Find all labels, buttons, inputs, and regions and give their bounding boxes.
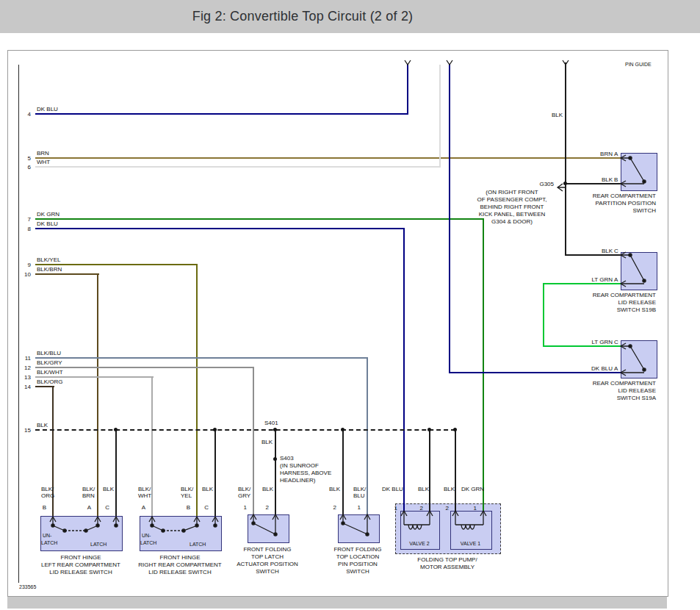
pin-letter: A [614, 151, 618, 157]
wire-dkgrn-pin7-h [35, 218, 484, 220]
splice-s401-label: S401 [264, 420, 278, 426]
switch-position-label: LATCH [190, 542, 206, 548]
component-caption: SWITCH [227, 568, 308, 575]
wire-dkgrn-pin7-v [483, 218, 484, 511]
wire-blkyel-pin9-v [196, 264, 198, 516]
wire-label: DK GRN [461, 486, 484, 492]
component-caption: REAR COMPARTMENT [564, 380, 656, 387]
wire-label: WHT [138, 492, 151, 499]
wire-label: DK BLU [37, 220, 58, 227]
wire-label: DK GRN [37, 211, 59, 218]
wire-label: BLK/GRY [37, 359, 62, 366]
ground-note-line: KICK PANEL, BETWEEN [470, 211, 554, 218]
valve-label: VALVE 1 [450, 541, 491, 547]
component-caption: MOTOR ASSEMBLY [395, 564, 499, 570]
component-caption: FRONT HINGE [29, 554, 132, 561]
switch-position-label: UN- [43, 533, 51, 539]
component-caption: ACTUATOR POSITION [227, 561, 308, 567]
wire-label: DK BLU [37, 106, 58, 112]
switch-position-label: LATCH [41, 540, 57, 546]
wire-dkblu-pin4-v [407, 65, 408, 115]
wire-blk-partition-b-h [565, 183, 622, 184]
pin-number: 11 [19, 355, 31, 362]
pin-number: 2 [417, 505, 423, 512]
wire-blkwht-pin13-v [151, 376, 153, 516]
component-caption: TOP LATCH [227, 553, 308, 560]
pin-number: 9 [19, 262, 31, 268]
component-caption: TOP LOCATION [317, 553, 398, 560]
pin-number: 1 [471, 505, 477, 512]
pin-letter: A [614, 276, 618, 283]
component-caption: FRONT FOLDING [317, 546, 398, 553]
pin-guide-label: PIN GUIDE [625, 62, 652, 68]
junction-dot [427, 428, 431, 431]
wire-label: LT GRN [579, 339, 613, 345]
pin-letter: B [184, 504, 190, 511]
pin-number: 1 [355, 504, 361, 511]
splice-s401-dot [273, 428, 277, 431]
left-connector-rail [18, 65, 19, 583]
pin-number: 7 [19, 216, 31, 223]
wire-label: BRN [37, 150, 49, 157]
component-caption: FRONT FOLDING [227, 546, 308, 553]
ground-note-line: (ON RIGHT FRONT [470, 189, 554, 195]
wire-dkblu-pin4-h [35, 113, 408, 115]
wire-label: BLK/ [181, 486, 193, 492]
wire-label: BLK [583, 176, 613, 183]
splice-note-line: (IN SUNROOF [280, 462, 319, 469]
splice-s403-dot [273, 457, 277, 461]
wire-wht-pin6-h [35, 166, 440, 168]
lid-release-switch-s19a-box [621, 340, 657, 378]
wire-label: BLU [353, 492, 365, 499]
wire-blk-ground-v [565, 62, 566, 256]
junction-dot [341, 428, 344, 431]
ground-note-line: OF PASSENGER COMPT, [470, 196, 554, 203]
wire-label: BLK [262, 486, 273, 492]
pin-number: 2 [331, 504, 336, 511]
component-caption: SWITCH [564, 207, 656, 214]
wire-blkwht-pin13-h [35, 376, 154, 378]
wire-label: BLK/YEL [37, 256, 60, 263]
junction-dot [453, 428, 457, 431]
wire-label: WHT [37, 159, 50, 165]
component-caption: PIN POSITION [317, 561, 398, 567]
wire-blk-valve1-v [455, 430, 456, 511]
wire-blkbrn-pin10-h [35, 273, 99, 275]
pin-letter: A [614, 365, 618, 372]
pin-number: 1 [241, 504, 247, 511]
wire-label: BLK [202, 486, 213, 492]
wire-blkyel-pin9-h [35, 264, 198, 265]
wire-label: BLK/WHT [37, 369, 63, 376]
wire-label: BLK [37, 422, 48, 428]
wire-label: DK BLU [579, 365, 613, 372]
switch-position-label: LATCH [90, 542, 107, 548]
wire-label: YEL [181, 492, 192, 499]
wire-label: BLK/ORG [37, 378, 63, 385]
wire-label: LT GRN [579, 276, 613, 283]
component-caption: SWITCH S19B [564, 306, 656, 313]
pin-letter: A [85, 504, 91, 511]
junction-dot [563, 182, 567, 185]
wire-blk-pin15-dashed [35, 429, 455, 431]
wire-label: GRY [238, 492, 250, 499]
wire-dkblu-s19a-v [449, 65, 450, 373]
component-caption: REAR COMPARTMENT [564, 193, 656, 199]
wire-blk-leftswitch-c-v [115, 430, 117, 516]
pin-letter: A [140, 504, 145, 511]
pin-number: 5 [19, 155, 31, 162]
component-caption: RIGHT REAR COMPARTMENT [129, 561, 231, 568]
partition-position-switch-box [621, 153, 657, 191]
lid-release-switch-s19b-box [621, 252, 657, 290]
wire-dkblu-pin8-v [403, 228, 405, 511]
wire-ltgrn-s19b-a-h [543, 283, 622, 284]
wire-label: BLK/ [238, 486, 250, 492]
wire-label: BLK/ [41, 486, 54, 492]
wire-dkblu-pin8-h [35, 228, 405, 229]
splice-s403-label: S403 [280, 455, 294, 462]
wire-label: BLK [103, 486, 114, 492]
wire-blkblu-pin11-h [35, 357, 368, 359]
wire-blk-s401-s403-v [275, 430, 276, 514]
component-caption: FRONT HINGE [129, 554, 231, 561]
component-caption: REAR COMPARTMENT [564, 292, 656, 298]
wire-label: BLK/BRN [37, 266, 62, 273]
